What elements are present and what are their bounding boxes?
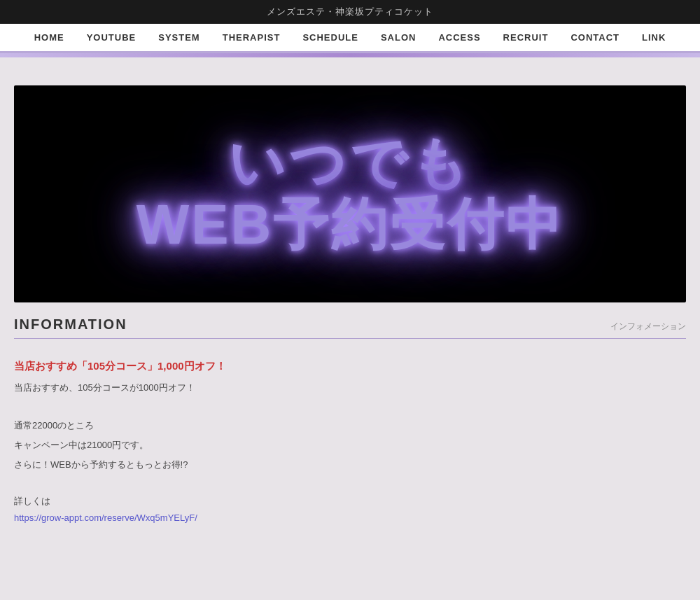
news-body: 当店おすすめ、105分コースが1000円オフ！ 通常22000のところ キャンペ… xyxy=(14,379,686,474)
nav-link[interactable]: LINK xyxy=(631,24,677,51)
title-bar: メンズエステ・神楽坂プティコケット xyxy=(0,0,700,24)
info-title: INFORMATION xyxy=(14,316,127,333)
nav-youtube[interactable]: YOUTUBE xyxy=(76,24,148,51)
main-navigation: HOME YOUTUBE SYSTEM THERAPIST SCHEDULE S… xyxy=(0,24,700,53)
content-area: いつでも WEB予約受付中 INFORMATION インフォメーション 当店おす… xyxy=(14,57,686,545)
news-url-link[interactable]: https://grow-appt.com/reserve/Wxq5mYELyF… xyxy=(14,512,197,523)
news-body-line2: 通常22000のところ xyxy=(14,417,686,435)
info-header: INFORMATION インフォメーション xyxy=(14,316,686,339)
nav-home[interactable]: HOME xyxy=(23,24,76,51)
nav-recruit[interactable]: RECRUIT xyxy=(492,24,560,51)
detail-label: 詳しくは xyxy=(14,495,686,508)
nav-system[interactable]: SYSTEM xyxy=(147,24,211,51)
news-body-line4: さらに！WEBから予約するともっとお得!? xyxy=(14,456,686,474)
news-item: 当店おすすめ「105分コース」1,000円オフ！ 当店おすすめ、105分コースが… xyxy=(14,353,686,531)
news-body-line3: キャンペーン中は21000円です。 xyxy=(14,436,686,454)
nav-contact[interactable]: CONTACT xyxy=(559,24,631,51)
hero-line1: いつでも xyxy=(136,132,564,194)
hero-text: いつでも WEB予約受付中 xyxy=(136,132,564,256)
hero-banner[interactable]: いつでも WEB予約受付中 xyxy=(14,85,686,302)
site-title: メンズエステ・神楽坂プティコケット xyxy=(267,6,433,17)
nav-salon[interactable]: SALON xyxy=(370,24,428,51)
nav-therapist[interactable]: THERAPIST xyxy=(211,24,292,51)
nav-schedule[interactable]: SCHEDULE xyxy=(291,24,370,51)
nav-access[interactable]: ACCESS xyxy=(427,24,491,51)
news-body-line1: 当店おすすめ、105分コースが1000円オフ！ xyxy=(14,379,686,397)
information-section: INFORMATION インフォメーション 当店おすすめ「105分コース」1,0… xyxy=(14,316,686,531)
info-subtitle: インフォメーション xyxy=(610,321,686,333)
news-title-link[interactable]: 当店おすすめ「105分コース」1,000円オフ！ xyxy=(14,360,686,373)
hero-line2: WEB予約受付中 xyxy=(136,194,564,256)
